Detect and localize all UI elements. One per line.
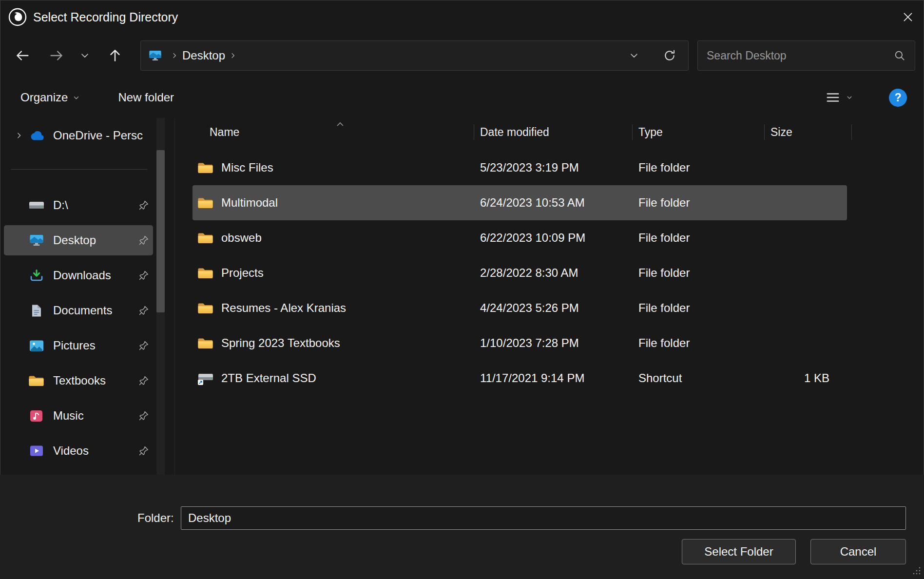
- drive-icon: [28, 199, 44, 211]
- desktop-icon: [28, 234, 44, 247]
- forward-button[interactable]: [43, 41, 70, 70]
- pin-icon: [138, 375, 149, 386]
- folder-icon: [197, 196, 213, 210]
- help-glyph: ?: [894, 91, 901, 104]
- sidebar-item-documents[interactable]: Documents: [0, 293, 174, 328]
- navigation-bar: Desktop: [0, 34, 924, 77]
- sidebar-separator: [11, 169, 147, 170]
- column-headers: Name Date modified Type Size: [175, 118, 924, 146]
- select-folder-button[interactable]: Select Folder: [682, 539, 796, 564]
- file-row-2tb-external-ssd[interactable]: 2TB External SSD11/17/2021 9:14 PMShortc…: [192, 361, 847, 396]
- file-type: File folder: [633, 336, 765, 350]
- pin-icon: [138, 305, 149, 316]
- pin-icon: [138, 410, 149, 421]
- videos-icon: [28, 445, 44, 457]
- file-date-modified: 1/10/2023 7:28 PM: [474, 336, 633, 350]
- recent-locations-chevron[interactable]: [74, 41, 96, 70]
- search-input[interactable]: [707, 49, 888, 62]
- details-view-icon: [826, 91, 840, 104]
- organize-button[interactable]: Organize: [20, 91, 80, 104]
- sidebar-item-d[interactable]: D:\: [0, 188, 174, 223]
- location-desktop-icon: [149, 50, 162, 61]
- window-title: Select Recording Directory: [33, 10, 178, 24]
- sidebar-item-pictures[interactable]: Pictures: [0, 328, 174, 363]
- file-row-spring-2023-textbooks[interactable]: Spring 2023 Textbooks1/10/2023 7:28 PMFi…: [192, 326, 847, 361]
- column-header-type[interactable]: Type: [633, 118, 765, 146]
- new-folder-button[interactable]: New folder: [118, 91, 174, 104]
- titlebar: Select Recording Directory: [0, 0, 924, 34]
- address-bar[interactable]: Desktop: [140, 40, 689, 71]
- breadcrumb-chevron-icon[interactable]: [229, 52, 237, 59]
- column-header-size[interactable]: Size: [765, 118, 852, 146]
- command-toolbar: Organize New folder ?: [0, 77, 924, 118]
- refresh-icon[interactable]: [663, 49, 676, 62]
- sidebar-list: OneDrive - PerscD:\DesktopDownloadsDocum…: [0, 118, 174, 468]
- help-button[interactable]: ?: [889, 89, 907, 107]
- resize-grip[interactable]: [912, 566, 921, 577]
- sidebar-item-label: D:\: [53, 198, 68, 212]
- file-row-multimodal[interactable]: Multimodal6/24/2023 10:53 AMFile folder: [192, 185, 847, 220]
- folder-name-input[interactable]: [181, 506, 906, 530]
- obs-logo-icon: [8, 7, 27, 27]
- folder-icon: [197, 232, 213, 245]
- file-date-modified: 6/22/2023 10:09 PM: [474, 231, 633, 245]
- back-button[interactable]: [9, 41, 36, 70]
- music-icon: [28, 410, 44, 422]
- expand-chevron-icon[interactable]: [15, 131, 23, 140]
- dialog-footer: Folder: Select Folder Cancel: [0, 475, 924, 579]
- address-dropdown-icon[interactable]: [629, 50, 639, 61]
- file-name: Misc Files: [221, 161, 273, 174]
- sidebar-item-label: Pictures: [53, 339, 96, 352]
- column-header-date-modified[interactable]: Date modified: [474, 118, 633, 146]
- view-options-button[interactable]: [826, 91, 853, 104]
- file-date-modified: 2/28/2022 8:30 AM: [474, 266, 633, 280]
- pin-icon: [138, 340, 149, 351]
- search-box[interactable]: [697, 40, 915, 71]
- navigation-pane: OneDrive - PerscD:\DesktopDownloadsDocum…: [0, 118, 174, 475]
- folder-icon: [28, 374, 44, 387]
- sidebar-item-music[interactable]: Music: [0, 398, 174, 433]
- file-rows: Misc Files5/23/2023 3:19 PMFile folderMu…: [175, 146, 924, 396]
- onedrive-icon: [28, 131, 44, 141]
- downloads-icon: [28, 269, 44, 282]
- sidebar-item-label: Videos: [53, 444, 89, 458]
- file-name: obsweb: [221, 231, 262, 245]
- file-name: Resumes - Alex Kranias: [221, 301, 346, 315]
- file-date-modified: 6/24/2023 10:53 AM: [474, 196, 633, 210]
- file-row-resumes-alex-kranias[interactable]: Resumes - Alex Kranias4/24/2023 5:26 PMF…: [192, 290, 847, 326]
- up-button[interactable]: [101, 41, 129, 70]
- file-type: File folder: [633, 196, 765, 210]
- file-type: File folder: [633, 301, 765, 315]
- cancel-button[interactable]: Cancel: [810, 539, 906, 564]
- chevron-down-icon: [73, 94, 80, 101]
- pictures-icon: [28, 340, 44, 352]
- sidebar-item-onedrive-persc[interactable]: OneDrive - Persc: [0, 118, 174, 153]
- file-date-modified: 4/24/2023 5:26 PM: [474, 301, 633, 315]
- folder-icon: [197, 302, 213, 315]
- sidebar-item-desktop[interactable]: Desktop: [0, 223, 174, 258]
- breadcrumb-location[interactable]: Desktop: [182, 49, 225, 62]
- file-type: File folder: [633, 266, 765, 280]
- sidebar-item-label: Textbooks: [53, 374, 106, 387]
- sidebar-item-label: Downloads: [53, 269, 111, 282]
- column-header-name[interactable]: Name: [175, 118, 474, 146]
- file-dialog-window: Select Recording Directory Desktop: [0, 0, 924, 579]
- file-date-modified: 11/17/2021 9:14 PM: [474, 371, 633, 385]
- file-size: 1 KB: [765, 371, 847, 385]
- file-row-projects[interactable]: Projects2/28/2022 8:30 AMFile folder: [192, 255, 847, 290]
- sidebar-item-videos[interactable]: Videos: [0, 433, 174, 468]
- chevron-down-icon: [846, 94, 853, 101]
- file-name: Multimodal: [221, 196, 278, 210]
- sidebar-item-label: Music: [53, 409, 84, 423]
- pin-icon: [138, 445, 149, 456]
- sort-ascending-icon: [336, 117, 345, 130]
- file-row-misc-files[interactable]: Misc Files5/23/2023 3:19 PMFile folder: [192, 150, 847, 185]
- close-button[interactable]: [892, 0, 924, 34]
- sidebar-item-textbooks[interactable]: Textbooks: [0, 363, 174, 398]
- file-row-obsweb[interactable]: obsweb6/22/2023 10:09 PMFile folder: [192, 220, 847, 255]
- file-type: File folder: [633, 231, 765, 245]
- sidebar-item-downloads[interactable]: Downloads: [0, 258, 174, 293]
- scrollbar-thumb[interactable]: [156, 150, 165, 312]
- folder-icon: [197, 161, 213, 174]
- column-header-filler: [852, 118, 924, 146]
